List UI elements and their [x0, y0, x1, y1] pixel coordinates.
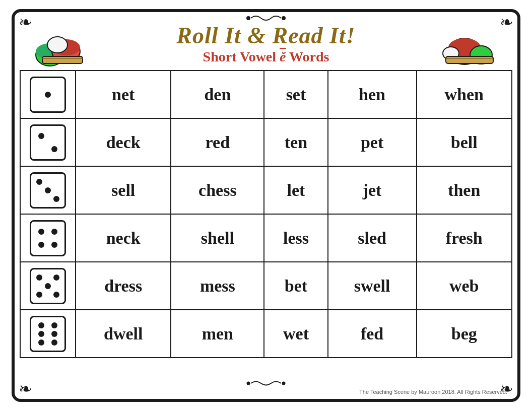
word-cell-3-0: neck: [76, 214, 171, 262]
word-cell-1-4: bell: [417, 118, 512, 166]
word-cell-0-0: net: [76, 71, 171, 118]
word-cell-1-2: ten: [264, 118, 327, 166]
corner-decoration-bl: ❧: [19, 381, 32, 397]
word-cell-2-2: let: [264, 166, 327, 214]
word-cell-4-4: web: [417, 262, 512, 310]
subtitle-end: Words: [289, 49, 329, 64]
word-cell-5-1: men: [171, 310, 264, 358]
word-cell-3-1: shell: [171, 214, 264, 262]
word-cell-5-3: fed: [328, 310, 417, 358]
page: ❧ ❧ ❧ ❧: [12, 9, 520, 402]
word-cell-3-4: fresh: [417, 214, 512, 262]
word-cell-5-0: dwell: [76, 310, 171, 358]
word-cell-3-2: less: [264, 214, 327, 262]
word-cell-4-3: swell: [328, 262, 417, 310]
dice-cell-5: [20, 262, 76, 310]
word-cell-2-0: sell: [76, 166, 171, 214]
word-cell-0-2: set: [264, 71, 327, 118]
word-cell-1-0: deck: [76, 118, 171, 166]
table-row: sellchessletjetthen: [20, 166, 512, 214]
word-cell-3-3: sled: [328, 214, 417, 262]
page-subtitle: Short Vowel ě Words: [20, 49, 512, 65]
word-table: netdensethenwhendeckredtenpetbellsellche…: [20, 70, 512, 358]
dice-cell-1: [20, 71, 76, 118]
dice-cell-6: [20, 310, 76, 358]
dice-cell-2: [20, 118, 76, 166]
subtitle-text: Short Vowel: [203, 49, 276, 64]
vowel-e: ě: [280, 49, 286, 64]
page-title: Roll It & Read It!: [20, 22, 512, 49]
word-cell-2-1: chess: [171, 166, 264, 214]
word-cell-2-3: jet: [328, 166, 417, 214]
word-cell-4-2: bet: [264, 262, 327, 310]
word-cell-1-1: red: [171, 118, 264, 166]
copyright-text: The Teaching Scene by Mauroon 2018. All …: [359, 389, 507, 395]
word-cell-1-3: pet: [328, 118, 417, 166]
dice-cell-3: [20, 166, 76, 214]
table-row: dwellmenwetfedbeg: [20, 310, 512, 358]
table-row: dressmessbetswellweb: [20, 262, 512, 310]
svg-point-16: [282, 382, 286, 385]
word-cell-0-3: hen: [328, 71, 417, 118]
header: Roll It & Read It! Short Vowel ě Words: [20, 17, 512, 68]
table-row: neckshelllesssledfresh: [20, 214, 512, 262]
word-cell-4-1: mess: [171, 262, 264, 310]
word-cell-5-2: wet: [264, 310, 327, 358]
table-row: netdensethenwhen: [20, 71, 512, 118]
table-row: deckredtenpetbell: [20, 118, 512, 166]
word-cell-4-0: dress: [76, 262, 171, 310]
dice-cell-4: [20, 214, 76, 262]
word-cell-2-4: then: [417, 166, 512, 214]
word-cell-0-1: den: [171, 71, 264, 118]
bottom-decoration: [246, 379, 286, 390]
word-cell-0-4: when: [417, 71, 512, 118]
svg-point-15: [247, 382, 250, 385]
word-cell-5-4: beg: [417, 310, 512, 358]
